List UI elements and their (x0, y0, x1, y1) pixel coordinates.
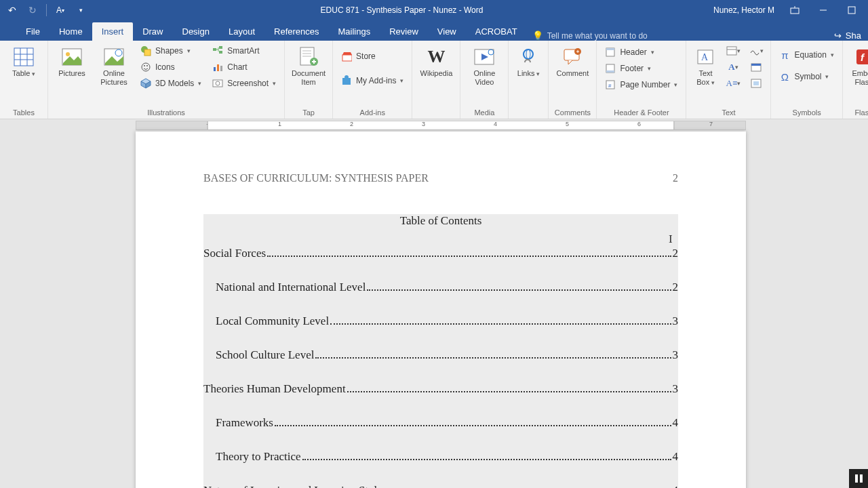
group-tables: Table Tables (0, 41, 48, 119)
ruler-num-2: 2 (350, 121, 353, 127)
group-wikipedia-label (416, 107, 456, 117)
svg-rect-40 (606, 48, 614, 50)
group-comments: Comment Comments (549, 41, 597, 119)
group-illustrations: Pictures Online Pictures Shapes Icons (48, 41, 285, 119)
symbol-button[interactable]: Ω Symbol (775, 69, 837, 84)
puzzle-icon (341, 75, 352, 86)
svg-rect-42 (606, 70, 614, 73)
my-addins-button[interactable]: My Add-ins (337, 73, 408, 88)
chart-icon (212, 62, 223, 73)
tab-layout[interactable]: Layout (219, 22, 264, 41)
date-time-button[interactable] (746, 60, 766, 75)
screenshot-button[interactable]: Screenshot (208, 76, 280, 91)
toc-leader (267, 256, 671, 257)
links-button[interactable]: Links (513, 43, 544, 81)
3d-models-button[interactable]: 3D Models (136, 76, 205, 91)
equation-button[interactable]: π Equation (775, 47, 837, 62)
title-right: Nunez, Hector M (713, 0, 865, 20)
toc-leader (302, 459, 671, 460)
signature-icon (749, 46, 760, 56)
tab-insert[interactable]: Insert (92, 22, 134, 41)
share-button[interactable]: ↪ Sha (827, 30, 868, 41)
svg-rect-13 (144, 49, 151, 56)
quick-parts-button[interactable] (723, 43, 743, 58)
object-button[interactable] (746, 76, 766, 91)
ribbon-tabs: File Home Insert Draw Design Layout Refe… (0, 20, 868, 41)
tell-me-search[interactable]: 💡 Tell me what you want to do (532, 30, 648, 41)
toc-row[interactable]: Theory to Practice 4 (203, 450, 678, 464)
comment-label: Comment (557, 69, 589, 78)
toc-page: 4 (673, 484, 679, 488)
wikipedia-button[interactable]: W Wikipedia (416, 43, 456, 81)
ribbon-display-options[interactable] (781, 0, 808, 20)
smartart-label: SmartArt (227, 46, 259, 56)
font-qat-button[interactable]: A▾ (51, 1, 70, 20)
group-media: Online Video Media (460, 41, 509, 119)
pictures-icon (61, 46, 83, 68)
maximize-button[interactable] (838, 0, 865, 20)
chart-button[interactable]: Chart (208, 60, 280, 75)
svg-rect-50 (751, 64, 761, 66)
group-addins: Store My Add-ins Add-ins (333, 41, 412, 119)
toc-row[interactable]: National and International Level 2 (203, 281, 678, 294)
tab-file[interactable]: File (16, 22, 50, 41)
footer-button[interactable]: Footer (601, 61, 682, 76)
header-button[interactable]: Header (601, 45, 682, 60)
pictures-button[interactable]: Pictures (52, 43, 92, 81)
recording-pause-overlay[interactable] (849, 469, 868, 488)
symbol-label: Symbol (794, 72, 821, 81)
links-label: Links (517, 69, 540, 78)
toc-row[interactable]: Nature of Learning and Learning Styles 4 (203, 484, 678, 488)
ruler-num-4: 4 (494, 121, 497, 127)
store-button[interactable]: Store (337, 49, 408, 64)
toc-row[interactable]: Frameworks 4 (203, 416, 678, 430)
equation-label: Equation (794, 50, 826, 60)
toc-label: Theories Human Development (203, 382, 346, 396)
toc-row[interactable]: Local Community Level 3 (203, 314, 678, 328)
tab-references[interactable]: References (264, 22, 328, 41)
text-cursor-icon: I (669, 232, 673, 246)
date-icon (751, 62, 762, 72)
minimize-button[interactable] (810, 0, 837, 20)
ruler-horizontal[interactable]: · 1 2 3 4 5 6 7 (0, 119, 868, 131)
page-number-button[interactable]: # Page Number (601, 77, 682, 92)
toc-page: 2 (673, 247, 679, 260)
undo-button[interactable]: ↶ (3, 1, 22, 20)
table-button[interactable]: Table (4, 43, 43, 81)
toc-row[interactable]: School Culture Level 3 (203, 348, 678, 362)
online-pictures-button[interactable]: Online Pictures (94, 43, 134, 89)
qat-customize[interactable]: ▾ (71, 1, 90, 20)
document-area[interactable]: · 1 2 3 4 5 6 7 BASES OF CURRICULUM: SYN… (0, 119, 868, 488)
comment-button[interactable]: Comment (553, 43, 592, 81)
toc-label: Nature of Learning and Learning Styles (203, 484, 387, 488)
tab-acrobat[interactable]: ACROBAT (466, 22, 527, 41)
online-video-button[interactable]: Online Video (465, 43, 504, 89)
tab-design[interactable]: Design (173, 22, 219, 41)
drop-cap-button[interactable]: A≡ (723, 76, 743, 91)
toc-field[interactable]: Table of Contents Social Forces 2 Nation… (203, 214, 678, 488)
toc-label: Theory to Practice (216, 450, 301, 464)
user-name[interactable]: Nunez, Hector M (713, 5, 774, 15)
tab-home[interactable]: Home (50, 22, 92, 41)
tab-draw[interactable]: Draw (133, 22, 172, 41)
signature-line-button[interactable] (746, 43, 766, 58)
shapes-button[interactable]: Shapes (136, 43, 205, 58)
document-page[interactable]: BASES OF CURRICULUM: SYNTHESIS PAPER 2 T… (136, 131, 746, 488)
pause-icon (855, 474, 863, 483)
smartart-button[interactable]: SmartArt (208, 43, 280, 58)
icons-icon (140, 62, 151, 73)
wordart-button[interactable]: A (723, 60, 743, 75)
group-text: A Text Box A A≡ Text (686, 41, 771, 119)
tab-view[interactable]: View (428, 22, 466, 41)
svg-point-16 (146, 65, 148, 66)
redo-button[interactable]: ↻ (23, 1, 42, 20)
text-box-button[interactable]: A Text Box (690, 43, 720, 89)
icons-button[interactable]: Icons (136, 60, 205, 75)
embed-flash-button[interactable]: f Embed Flash (847, 43, 868, 89)
tab-review[interactable]: Review (380, 22, 428, 41)
document-item-button[interactable]: Document Item (289, 43, 328, 89)
toc-label: School Culture Level (216, 348, 314, 362)
tab-mailings[interactable]: Mailings (329, 22, 380, 41)
toc-row[interactable]: Theories Human Development 3 (203, 382, 678, 396)
toc-row[interactable]: Social Forces 2 (203, 247, 678, 260)
